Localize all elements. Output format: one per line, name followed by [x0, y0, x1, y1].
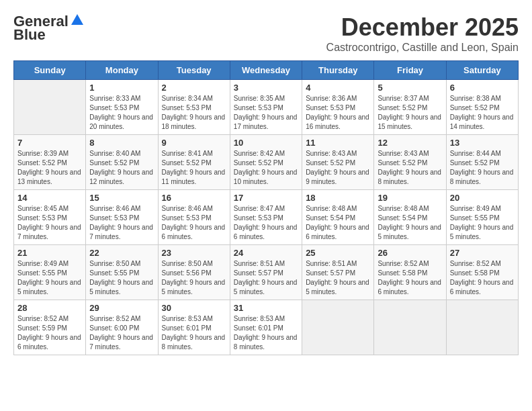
- calendar-cell: 5Sunrise: 8:37 AMSunset: 5:52 PMDaylight…: [374, 80, 446, 135]
- day-info: Sunrise: 8:52 AMSunset: 6:00 PMDaylight:…: [89, 314, 154, 352]
- day-number: 8: [89, 138, 154, 148]
- day-info: Sunrise: 8:41 AMSunset: 5:52 PMDaylight:…: [162, 149, 226, 187]
- day-number: 30: [162, 303, 226, 313]
- calendar-cell: 1Sunrise: 8:33 AMSunset: 5:53 PMDaylight…: [86, 80, 158, 135]
- calendar-cell: 17Sunrise: 8:47 AMSunset: 5:53 PMDayligh…: [230, 190, 302, 245]
- day-number: 7: [17, 138, 82, 148]
- header-day-wednesday: Wednesday: [230, 61, 302, 80]
- day-info: Sunrise: 8:51 AMSunset: 5:57 PMDaylight:…: [234, 259, 298, 297]
- calendar-cell: 12Sunrise: 8:43 AMSunset: 5:52 PMDayligh…: [374, 135, 446, 190]
- month-title: December 2025: [326, 13, 519, 42]
- day-number: 16: [162, 193, 226, 203]
- day-info: Sunrise: 8:37 AMSunset: 5:52 PMDaylight:…: [378, 94, 442, 132]
- calendar-cell: 4Sunrise: 8:36 AMSunset: 5:53 PMDaylight…: [302, 80, 374, 135]
- day-info: Sunrise: 8:53 AMSunset: 6:01 PMDaylight:…: [162, 314, 226, 352]
- calendar-cell: 20Sunrise: 8:49 AMSunset: 5:55 PMDayligh…: [446, 190, 518, 245]
- calendar-cell: 30Sunrise: 8:53 AMSunset: 6:01 PMDayligh…: [158, 300, 230, 355]
- day-number: 26: [378, 248, 442, 258]
- day-info: Sunrise: 8:52 AMSunset: 5:58 PMDaylight:…: [450, 259, 515, 297]
- day-number: 18: [306, 193, 370, 203]
- week-row-5: 28Sunrise: 8:52 AMSunset: 5:59 PMDayligh…: [14, 300, 519, 355]
- calendar-cell: 8Sunrise: 8:40 AMSunset: 5:52 PMDaylight…: [86, 135, 158, 190]
- logo-icon: [70, 13, 85, 28]
- day-number: 14: [17, 193, 82, 203]
- day-number: 12: [378, 138, 442, 148]
- header-day-monday: Monday: [86, 61, 158, 80]
- header-day-tuesday: Tuesday: [158, 61, 230, 80]
- calendar-table: SundayMondayTuesdayWednesdayThursdayFrid…: [13, 60, 519, 355]
- day-number: 4: [306, 83, 370, 93]
- header-day-friday: Friday: [374, 61, 446, 80]
- title-block: December 2025 Castrocontrigo, Castille a…: [326, 13, 519, 54]
- calendar-cell: 19Sunrise: 8:48 AMSunset: 5:54 PMDayligh…: [374, 190, 446, 245]
- calendar-cell: 25Sunrise: 8:51 AMSunset: 5:57 PMDayligh…: [302, 245, 374, 300]
- calendar-cell: 3Sunrise: 8:35 AMSunset: 5:53 PMDaylight…: [230, 80, 302, 135]
- day-info: Sunrise: 8:52 AMSunset: 5:58 PMDaylight:…: [378, 259, 442, 297]
- day-number: 17: [234, 193, 298, 203]
- week-row-1: 1Sunrise: 8:33 AMSunset: 5:53 PMDaylight…: [14, 80, 519, 135]
- calendar-cell: 11Sunrise: 8:43 AMSunset: 5:52 PMDayligh…: [302, 135, 374, 190]
- day-number: 19: [378, 193, 442, 203]
- calendar-cell: [302, 300, 374, 355]
- day-info: Sunrise: 8:38 AMSunset: 5:52 PMDaylight:…: [450, 94, 515, 132]
- day-info: Sunrise: 8:39 AMSunset: 5:52 PMDaylight:…: [17, 149, 82, 187]
- day-info: Sunrise: 8:40 AMSunset: 5:52 PMDaylight:…: [89, 149, 154, 187]
- week-row-2: 7Sunrise: 8:39 AMSunset: 5:52 PMDaylight…: [14, 135, 519, 190]
- day-number: 6: [450, 83, 515, 93]
- calendar-cell: 10Sunrise: 8:42 AMSunset: 5:52 PMDayligh…: [230, 135, 302, 190]
- calendar-cell: 18Sunrise: 8:48 AMSunset: 5:54 PMDayligh…: [302, 190, 374, 245]
- day-number: 23: [162, 248, 226, 258]
- day-number: 10: [234, 138, 298, 148]
- day-number: 11: [306, 138, 370, 148]
- day-number: 2: [162, 83, 226, 93]
- day-number: 3: [234, 83, 298, 93]
- day-info: Sunrise: 8:49 AMSunset: 5:55 PMDaylight:…: [17, 259, 82, 297]
- header-row: SundayMondayTuesdayWednesdayThursdayFrid…: [14, 61, 519, 80]
- day-info: Sunrise: 8:33 AMSunset: 5:53 PMDaylight:…: [89, 94, 154, 132]
- week-row-3: 14Sunrise: 8:45 AMSunset: 5:53 PMDayligh…: [14, 190, 519, 245]
- day-info: Sunrise: 8:35 AMSunset: 5:53 PMDaylight:…: [234, 94, 298, 132]
- calendar-cell: 29Sunrise: 8:52 AMSunset: 6:00 PMDayligh…: [86, 300, 158, 355]
- day-number: 29: [89, 303, 154, 313]
- day-number: 21: [17, 248, 82, 258]
- calendar-cell: 31Sunrise: 8:53 AMSunset: 6:01 PMDayligh…: [230, 300, 302, 355]
- calendar-cell: 14Sunrise: 8:45 AMSunset: 5:53 PMDayligh…: [14, 190, 86, 245]
- day-number: 28: [17, 303, 82, 313]
- day-number: 1: [89, 83, 154, 93]
- calendar-cell: 26Sunrise: 8:52 AMSunset: 5:58 PMDayligh…: [374, 245, 446, 300]
- calendar-cell: 2Sunrise: 8:34 AMSunset: 5:53 PMDaylight…: [158, 80, 230, 135]
- calendar-cell: 6Sunrise: 8:38 AMSunset: 5:52 PMDaylight…: [446, 80, 518, 135]
- calendar-cell: 21Sunrise: 8:49 AMSunset: 5:55 PMDayligh…: [14, 245, 86, 300]
- calendar-cell: [14, 80, 86, 135]
- day-number: 31: [234, 303, 298, 313]
- day-info: Sunrise: 8:51 AMSunset: 5:57 PMDaylight:…: [306, 259, 370, 297]
- week-row-4: 21Sunrise: 8:49 AMSunset: 5:55 PMDayligh…: [14, 245, 519, 300]
- day-info: Sunrise: 8:52 AMSunset: 5:59 PMDaylight:…: [17, 314, 82, 352]
- day-number: 15: [89, 193, 154, 203]
- logo: General Blue: [13, 13, 85, 43]
- day-info: Sunrise: 8:48 AMSunset: 5:54 PMDaylight:…: [378, 204, 442, 242]
- header-day-saturday: Saturday: [446, 61, 518, 80]
- calendar-cell: 9Sunrise: 8:41 AMSunset: 5:52 PMDaylight…: [158, 135, 230, 190]
- day-number: 22: [89, 248, 154, 258]
- location-title: Castrocontrigo, Castille and Leon, Spain: [326, 42, 519, 54]
- calendar-cell: 22Sunrise: 8:50 AMSunset: 5:55 PMDayligh…: [86, 245, 158, 300]
- day-info: Sunrise: 8:43 AMSunset: 5:52 PMDaylight:…: [378, 149, 442, 187]
- day-number: 13: [450, 138, 515, 148]
- calendar-cell: 7Sunrise: 8:39 AMSunset: 5:52 PMDaylight…: [14, 135, 86, 190]
- day-number: 9: [162, 138, 226, 148]
- day-info: Sunrise: 8:44 AMSunset: 5:52 PMDaylight:…: [450, 149, 515, 187]
- calendar-cell: [374, 300, 446, 355]
- day-info: Sunrise: 8:46 AMSunset: 5:53 PMDaylight:…: [89, 204, 154, 242]
- day-info: Sunrise: 8:50 AMSunset: 5:55 PMDaylight:…: [89, 259, 154, 297]
- day-info: Sunrise: 8:50 AMSunset: 5:56 PMDaylight:…: [162, 259, 226, 297]
- calendar-cell: 23Sunrise: 8:50 AMSunset: 5:56 PMDayligh…: [158, 245, 230, 300]
- header-day-thursday: Thursday: [302, 61, 374, 80]
- day-info: Sunrise: 8:53 AMSunset: 6:01 PMDaylight:…: [234, 314, 298, 352]
- calendar-cell: 16Sunrise: 8:46 AMSunset: 5:53 PMDayligh…: [158, 190, 230, 245]
- day-number: 24: [234, 248, 298, 258]
- logo-blue: Blue: [13, 27, 46, 43]
- svg-marker-0: [71, 14, 83, 25]
- calendar-cell: 27Sunrise: 8:52 AMSunset: 5:58 PMDayligh…: [446, 245, 518, 300]
- day-info: Sunrise: 8:42 AMSunset: 5:52 PMDaylight:…: [234, 149, 298, 187]
